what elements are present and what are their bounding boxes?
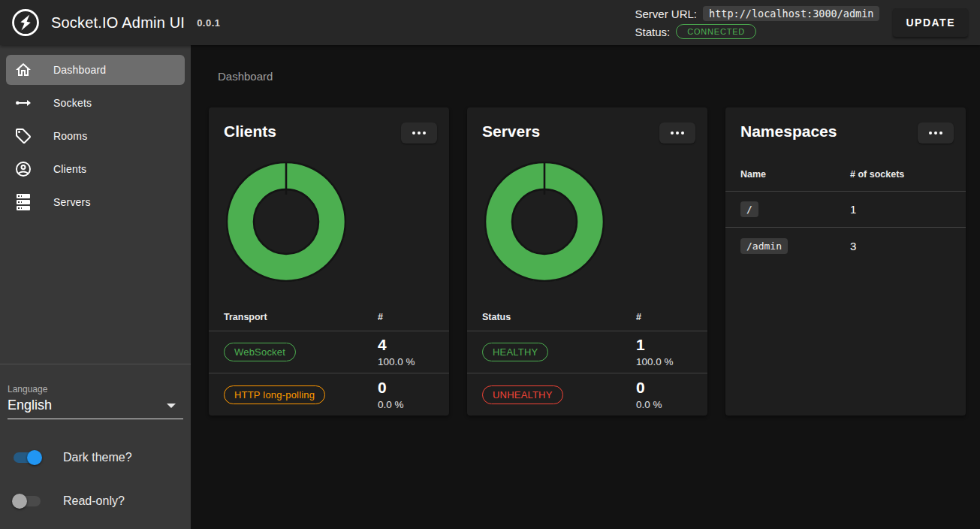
readonly-label: Read-only? bbox=[63, 494, 125, 508]
sidebar-item-rooms[interactable]: Rooms bbox=[6, 121, 185, 151]
language-value: English bbox=[8, 398, 52, 413]
language-select[interactable]: English bbox=[8, 394, 183, 419]
main-content: Dashboard Clients Transport # WebSocket bbox=[191, 45, 980, 529]
card-title: Servers bbox=[482, 122, 540, 141]
sidebar-settings: Language English Dark theme? Read-only? bbox=[0, 364, 191, 529]
language-label: Language bbox=[8, 384, 183, 394]
status-badge: HEALTHY bbox=[482, 343, 548, 361]
server-stack-icon bbox=[14, 193, 32, 211]
namespace-name: /admin bbox=[740, 238, 788, 254]
status-badge: CONNECTED bbox=[676, 24, 756, 39]
sidebar-item-label: Rooms bbox=[53, 130, 87, 142]
table-row: UNHEALTHY 0 0.0 % bbox=[467, 373, 707, 416]
namespaces-card: Namespaces Name # of sockets / 1 /admin … bbox=[725, 107, 966, 416]
socket-count: 3 bbox=[850, 240, 856, 252]
count-value: 0 bbox=[378, 378, 404, 398]
servers-donut-chart bbox=[484, 162, 605, 282]
percent-value: 0.0 % bbox=[636, 398, 662, 412]
dark-theme-toggle[interactable] bbox=[14, 452, 41, 463]
sidebar-item-label: Sockets bbox=[53, 97, 92, 109]
transport-badge: HTTP long-polling bbox=[224, 385, 325, 404]
namespaces-more-options-button[interactable] bbox=[918, 122, 954, 144]
breadcrumb: Dashboard bbox=[218, 70, 980, 83]
percent-value: 100.0 % bbox=[636, 355, 674, 369]
clients-donut-chart bbox=[226, 162, 346, 282]
count-value: 0 bbox=[636, 378, 662, 398]
app-version: 0.0.1 bbox=[197, 17, 220, 29]
app-title: Socket.IO Admin UI bbox=[51, 14, 185, 32]
socketio-logo-icon bbox=[11, 8, 41, 38]
sidebar-item-sockets[interactable]: Sockets bbox=[6, 88, 185, 118]
chevron-down-icon bbox=[167, 404, 176, 408]
connection-info: Server URL: http://localhost:3000/admin … bbox=[635, 6, 879, 39]
servers-more-options-button[interactable] bbox=[659, 122, 695, 144]
server-url-value[interactable]: http://localhost:3000/admin bbox=[703, 6, 879, 21]
table-row: /admin 3 bbox=[725, 228, 966, 264]
top-app-bar: Socket.IO Admin UI 0.0.1 Server URL: htt… bbox=[0, 0, 980, 45]
server-url-label: Server URL: bbox=[635, 8, 697, 20]
column-header: Transport bbox=[224, 312, 378, 322]
sidebar-item-label: Servers bbox=[53, 196, 91, 208]
clients-table: Transport # WebSocket 4 100.0 % HTTP lon… bbox=[209, 303, 449, 416]
percent-value: 0.0 % bbox=[378, 398, 404, 412]
update-button[interactable]: UPDATE bbox=[893, 8, 968, 37]
column-header: Status bbox=[482, 312, 636, 322]
column-header: # bbox=[636, 312, 641, 322]
sidebar-item-servers[interactable]: Servers bbox=[6, 187, 185, 217]
namespaces-table: Name # of sockets / 1 /admin 3 bbox=[725, 157, 966, 264]
clients-more-options-button[interactable] bbox=[401, 122, 437, 144]
transport-badge: WebSocket bbox=[224, 343, 296, 361]
card-title: Namespaces bbox=[740, 122, 837, 141]
servers-card: Servers Status # HEALTHY 1 100.0 % bbox=[467, 107, 707, 416]
socket-count: 1 bbox=[850, 203, 856, 216]
table-row: / 1 bbox=[725, 192, 966, 228]
namespace-name: / bbox=[740, 201, 758, 217]
count-value: 1 bbox=[636, 335, 674, 355]
sidebar: Dashboard Sockets Rooms Clients Servers bbox=[0, 45, 191, 529]
status-badge: UNHEALTHY bbox=[482, 385, 563, 404]
socket-arrow-icon bbox=[14, 94, 32, 112]
column-header: # bbox=[378, 312, 383, 322]
servers-table: Status # HEALTHY 1 100.0 % UNHEALTHY 0 0… bbox=[467, 303, 707, 416]
status-label: Status: bbox=[635, 26, 670, 38]
sidebar-item-dashboard[interactable]: Dashboard bbox=[6, 55, 185, 85]
clients-card: Clients Transport # WebSocket 4 100.0 % bbox=[209, 107, 449, 416]
tag-icon bbox=[14, 127, 32, 145]
account-circle-icon bbox=[14, 160, 32, 178]
sidebar-item-label: Clients bbox=[53, 163, 86, 175]
home-icon bbox=[14, 61, 32, 79]
sidebar-item-clients[interactable]: Clients bbox=[6, 154, 185, 184]
column-header: # of sockets bbox=[850, 169, 904, 180]
table-row: WebSocket 4 100.0 % bbox=[209, 331, 449, 373]
sidebar-item-label: Dashboard bbox=[53, 64, 106, 76]
column-header: Name bbox=[740, 169, 850, 180]
table-row: HTTP long-polling 0 0.0 % bbox=[209, 373, 449, 416]
table-row: HEALTHY 1 100.0 % bbox=[467, 331, 707, 373]
percent-value: 100.0 % bbox=[378, 355, 415, 369]
count-value: 4 bbox=[378, 335, 415, 355]
dark-theme-label: Dark theme? bbox=[63, 451, 132, 464]
readonly-toggle[interactable] bbox=[14, 496, 41, 506]
card-title: Clients bbox=[224, 122, 276, 141]
